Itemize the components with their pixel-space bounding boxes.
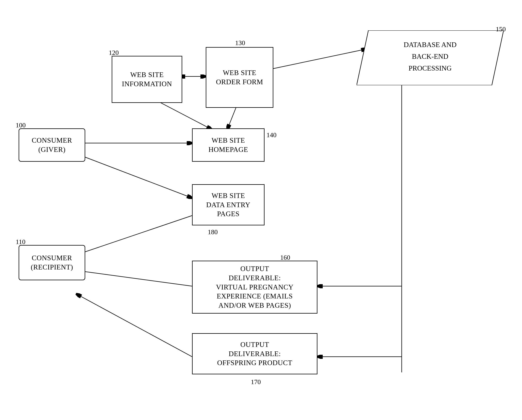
- svg-line-13: [77, 216, 192, 255]
- node-150: DATABASE AND BACK-END PROCESSING: [357, 30, 504, 85]
- svg-text:PROCESSING: PROCESSING: [408, 64, 452, 72]
- node-140: WEB SITEHOMEPAGE: [192, 128, 265, 162]
- svg-line-3: [273, 49, 366, 69]
- label-160: 160: [280, 254, 290, 261]
- node-100: CONSUMER(GIVER): [19, 128, 85, 162]
- label-170: 170: [251, 378, 261, 386]
- node-130: WEB SITEORDER FORM: [206, 47, 273, 108]
- node-120: WEB SITE INFORMATION: [112, 56, 182, 103]
- label-100: 100: [16, 122, 26, 129]
- svg-line-4: [155, 100, 212, 129]
- node-180: WEB SITEDATA ENTRYPAGES: [192, 184, 265, 226]
- node-160: OUTPUTDELIVERABLE:VIRTUAL PREGNANCYEXPER…: [192, 261, 317, 314]
- label-180: 180: [208, 228, 218, 236]
- label-110: 110: [16, 238, 25, 246]
- svg-text:DATABASE AND: DATABASE AND: [404, 41, 457, 49]
- node-170: OUTPUTDELIVERABLE:OFFSPRING PRODUCT: [192, 333, 317, 374]
- label-130: 130: [235, 39, 245, 47]
- svg-line-12: [77, 294, 192, 357]
- svg-text:BACK-END: BACK-END: [412, 53, 448, 60]
- diagram: WEB SITE INFORMATION 120 WEB SITEORDER F…: [0, 0, 522, 420]
- label-150: 150: [496, 25, 506, 33]
- svg-line-7: [84, 157, 192, 198]
- label-120: 120: [109, 49, 119, 56]
- label-140: 140: [267, 131, 276, 139]
- node-110: CONSUMER(RECIPIENT): [19, 245, 85, 280]
- svg-line-11: [77, 271, 192, 286]
